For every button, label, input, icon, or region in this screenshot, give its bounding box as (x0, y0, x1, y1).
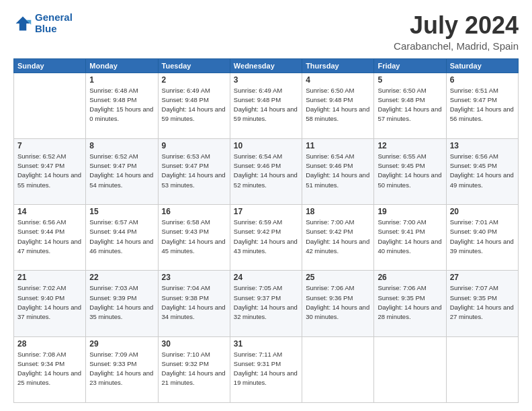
day-number: 25 (306, 273, 370, 282)
day-info: Sunrise: 7:07 AMSunset: 9:35 PMDaylight:… (450, 283, 515, 322)
day-info: Sunrise: 6:52 AMSunset: 9:47 PMDaylight:… (17, 152, 82, 190)
weekday-header-friday: Friday (374, 58, 446, 73)
day-info: Sunrise: 7:10 AMSunset: 9:32 PMDaylight:… (162, 350, 226, 388)
calendar-cell: 2Sunrise: 6:49 AMSunset: 9:48 PMDaylight… (158, 73, 230, 138)
day-info: Sunrise: 6:57 AMSunset: 9:44 PMDaylight:… (89, 218, 154, 256)
day-info: Sunrise: 7:08 AMSunset: 9:34 PMDaylight:… (17, 350, 82, 388)
day-number: 16 (162, 207, 226, 216)
day-info: Sunrise: 6:53 AMSunset: 9:47 PMDaylight:… (162, 152, 226, 190)
calendar-cell: 9Sunrise: 6:53 AMSunset: 9:47 PMDaylight… (158, 138, 230, 204)
calendar-cell: 14Sunrise: 6:56 AMSunset: 9:44 PMDayligh… (14, 205, 86, 271)
day-info: Sunrise: 6:54 AMSunset: 9:46 PMDaylight:… (234, 152, 298, 190)
weekday-header-thursday: Thursday (302, 58, 374, 73)
weekday-header-saturday: Saturday (446, 58, 518, 73)
weekday-header-monday: Monday (86, 58, 158, 73)
calendar-cell: 13Sunrise: 6:56 AMSunset: 9:45 PMDayligh… (446, 138, 518, 204)
day-info: Sunrise: 7:05 AMSunset: 9:37 PMDaylight:… (234, 283, 298, 322)
day-info: Sunrise: 7:06 AMSunset: 9:36 PMDaylight:… (306, 283, 370, 322)
calendar-cell: 1Sunrise: 6:48 AMSunset: 9:48 PMDaylight… (86, 73, 158, 138)
calendar-cell: 19Sunrise: 7:00 AMSunset: 9:41 PMDayligh… (374, 205, 446, 271)
calendar-cell: 10Sunrise: 6:54 AMSunset: 9:46 PMDayligh… (230, 138, 302, 204)
day-number: 26 (378, 273, 442, 282)
day-info: Sunrise: 7:09 AMSunset: 9:33 PMDaylight:… (89, 350, 154, 388)
day-info: Sunrise: 7:06 AMSunset: 9:35 PMDaylight:… (378, 283, 442, 322)
calendar-cell: 26Sunrise: 7:06 AMSunset: 9:35 PMDayligh… (374, 271, 446, 336)
weekday-header-row: SundayMondayTuesdayWednesdayThursdayFrid… (14, 58, 519, 73)
calendar-cell: 3Sunrise: 6:49 AMSunset: 9:48 PMDaylight… (230, 73, 302, 138)
location-title: Carabanchel, Madrid, Spain (394, 40, 519, 52)
calendar-cell: 23Sunrise: 7:04 AMSunset: 9:38 PMDayligh… (158, 271, 230, 336)
day-number: 15 (89, 207, 154, 216)
calendar-cell: 30Sunrise: 7:10 AMSunset: 9:32 PMDayligh… (158, 336, 230, 402)
day-info: Sunrise: 6:58 AMSunset: 9:43 PMDaylight:… (162, 218, 226, 256)
calendar-cell (302, 336, 374, 402)
calendar-cell: 7Sunrise: 6:52 AMSunset: 9:47 PMDaylight… (14, 138, 86, 204)
weekday-header-sunday: Sunday (14, 58, 86, 73)
day-info: Sunrise: 6:56 AMSunset: 9:45 PMDaylight:… (450, 152, 515, 190)
page: General Blue July 2024 Carabanchel, Madr… (0, 0, 532, 411)
day-info: Sunrise: 7:01 AMSunset: 9:40 PMDaylight:… (450, 218, 515, 256)
calendar-table: SundayMondayTuesdayWednesdayThursdayFrid… (13, 58, 519, 403)
calendar-cell: 28Sunrise: 7:08 AMSunset: 9:34 PMDayligh… (14, 336, 86, 402)
week-row-1: 1Sunrise: 6:48 AMSunset: 9:48 PMDaylight… (14, 73, 519, 138)
calendar-cell: 22Sunrise: 7:03 AMSunset: 9:39 PMDayligh… (86, 271, 158, 336)
day-number: 31 (234, 339, 298, 349)
day-info: Sunrise: 7:03 AMSunset: 9:39 PMDaylight:… (89, 283, 154, 322)
day-number: 8 (89, 141, 154, 150)
calendar-cell (14, 73, 86, 138)
day-number: 9 (162, 141, 226, 150)
day-number: 18 (306, 207, 370, 216)
day-number: 20 (450, 207, 515, 216)
week-row-3: 14Sunrise: 6:56 AMSunset: 9:44 PMDayligh… (14, 205, 519, 271)
day-number: 13 (450, 141, 515, 150)
calendar-cell: 8Sunrise: 6:52 AMSunset: 9:47 PMDaylight… (86, 138, 158, 204)
calendar-cell: 25Sunrise: 7:06 AMSunset: 9:36 PMDayligh… (302, 271, 374, 336)
day-info: Sunrise: 6:52 AMSunset: 9:47 PMDaylight:… (89, 152, 154, 190)
day-number: 21 (17, 273, 82, 282)
day-number: 11 (306, 141, 370, 150)
day-number: 1 (89, 75, 154, 85)
day-info: Sunrise: 6:49 AMSunset: 9:48 PMDaylight:… (234, 86, 298, 124)
day-number: 7 (17, 141, 82, 150)
day-number: 28 (17, 339, 82, 349)
calendar-cell: 29Sunrise: 7:09 AMSunset: 9:33 PMDayligh… (86, 336, 158, 402)
calendar-cell: 24Sunrise: 7:05 AMSunset: 9:37 PMDayligh… (230, 271, 302, 336)
day-info: Sunrise: 6:56 AMSunset: 9:44 PMDaylight:… (17, 218, 82, 256)
day-number: 22 (89, 273, 154, 282)
day-number: 5 (378, 75, 442, 85)
calendar-cell: 21Sunrise: 7:02 AMSunset: 9:40 PMDayligh… (14, 271, 86, 336)
day-number: 12 (378, 141, 442, 150)
week-row-5: 28Sunrise: 7:08 AMSunset: 9:34 PMDayligh… (14, 336, 519, 402)
calendar-cell (374, 336, 446, 402)
day-info: Sunrise: 7:11 AMSunset: 9:31 PMDaylight:… (234, 350, 298, 388)
week-row-2: 7Sunrise: 6:52 AMSunset: 9:47 PMDaylight… (14, 138, 519, 204)
day-number: 2 (162, 75, 226, 85)
title-block: July 2024 Carabanchel, Madrid, Spain (394, 12, 519, 52)
calendar-cell: 20Sunrise: 7:01 AMSunset: 9:40 PMDayligh… (446, 205, 518, 271)
day-info: Sunrise: 6:59 AMSunset: 9:42 PMDaylight:… (234, 218, 298, 256)
calendar-cell: 31Sunrise: 7:11 AMSunset: 9:31 PMDayligh… (230, 336, 302, 402)
day-number: 29 (89, 339, 154, 349)
month-title: July 2024 (394, 12, 519, 39)
day-info: Sunrise: 6:49 AMSunset: 9:48 PMDaylight:… (162, 86, 226, 124)
calendar-cell (446, 336, 518, 402)
day-number: 19 (378, 207, 442, 216)
day-info: Sunrise: 6:55 AMSunset: 9:45 PMDaylight:… (378, 152, 442, 190)
day-number: 14 (17, 207, 82, 216)
day-info: Sunrise: 7:02 AMSunset: 9:40 PMDaylight:… (17, 283, 82, 322)
calendar-cell: 5Sunrise: 6:50 AMSunset: 9:48 PMDaylight… (374, 73, 446, 138)
logo: General Blue (13, 12, 73, 34)
day-number: 23 (162, 273, 226, 282)
day-number: 10 (234, 141, 298, 150)
day-info: Sunrise: 7:00 AMSunset: 9:41 PMDaylight:… (378, 218, 442, 256)
week-row-4: 21Sunrise: 7:02 AMSunset: 9:40 PMDayligh… (14, 271, 519, 336)
calendar-cell: 6Sunrise: 6:51 AMSunset: 9:47 PMDaylight… (446, 73, 518, 138)
day-number: 27 (450, 273, 515, 282)
day-number: 30 (162, 339, 226, 349)
calendar-cell: 15Sunrise: 6:57 AMSunset: 9:44 PMDayligh… (86, 205, 158, 271)
day-number: 24 (234, 273, 298, 282)
logo-text: General Blue (35, 12, 73, 34)
day-info: Sunrise: 6:51 AMSunset: 9:47 PMDaylight:… (450, 86, 515, 124)
day-number: 6 (450, 75, 515, 85)
day-number: 17 (234, 207, 298, 216)
